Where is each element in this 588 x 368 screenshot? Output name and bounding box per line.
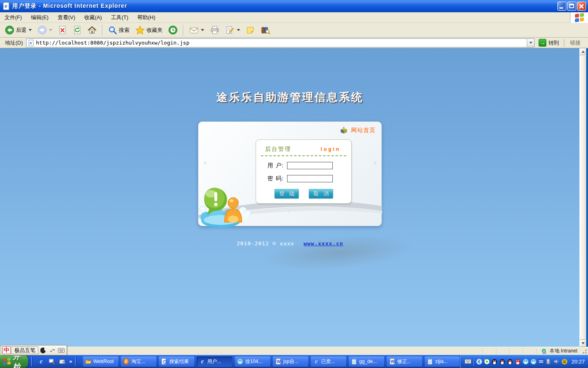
menu-help[interactable]: 帮助(H) bbox=[133, 12, 160, 23]
ime-mode-moon-icon[interactable] bbox=[39, 346, 47, 354]
intranet-globe-icon bbox=[541, 348, 548, 354]
stop-button[interactable] bbox=[56, 24, 69, 36]
qq-penguin-icon[interactable] bbox=[499, 358, 506, 365]
taskbar-window-button[interactable]: W jsp自... bbox=[273, 357, 308, 367]
show-desktop-icon[interactable] bbox=[48, 358, 56, 365]
go-button[interactable]: → 转到 bbox=[535, 39, 563, 47]
maximize-button[interactable] bbox=[567, 2, 576, 11]
windows-logo-icon bbox=[570, 12, 588, 23]
taskbar: 开始 e » WebRoot 淘宝... 搜 bbox=[0, 355, 588, 368]
back-dropdown-icon[interactable] bbox=[29, 29, 32, 31]
folder-icon bbox=[85, 358, 91, 365]
taskbar-window-button[interactable]: WebRoot bbox=[83, 357, 118, 367]
security-lock-icon[interactable] bbox=[561, 358, 568, 365]
cancel-button[interactable]: 取 消 bbox=[309, 189, 333, 199]
toolbar-drag-handle[interactable] bbox=[75, 357, 76, 366]
close-button[interactable] bbox=[577, 2, 586, 11]
address-dropdown-icon[interactable] bbox=[527, 39, 534, 47]
cloud-mascot-illustration bbox=[197, 185, 254, 229]
vertical-scrollbar[interactable] bbox=[579, 48, 586, 347]
qq-penguin-icon[interactable] bbox=[491, 358, 498, 365]
history-button[interactable] bbox=[166, 24, 180, 36]
scroll-up-button[interactable] bbox=[579, 48, 586, 55]
address-input[interactable]: e http://localhost:8080/jspzizhulvyouhxw… bbox=[26, 38, 535, 47]
svg-text:e: e bbox=[4, 3, 7, 9]
taskbar-window-button[interactable]: gg_de... bbox=[349, 357, 384, 367]
ime-keyboard-icon[interactable] bbox=[538, 358, 544, 365]
research-button[interactable] bbox=[258, 24, 273, 36]
menu-view[interactable]: 查看(V) bbox=[53, 12, 80, 23]
forward-dropdown-icon[interactable] bbox=[49, 29, 52, 31]
qq-penguin-red-icon[interactable] bbox=[514, 358, 521, 365]
login-button[interactable]: 登 陆 bbox=[274, 189, 299, 199]
taskbar-window-button-active[interactable]: e 用户... bbox=[197, 357, 232, 367]
printer-icon bbox=[210, 25, 220, 35]
system-tray: 20:27 bbox=[460, 355, 588, 368]
ie-icon: e bbox=[313, 358, 319, 365]
note-icon bbox=[246, 26, 255, 35]
outlook-express-icon[interactable] bbox=[59, 358, 66, 365]
media-agent-icon[interactable] bbox=[483, 358, 490, 365]
taskbar-window-button[interactable]: zijia... bbox=[425, 357, 460, 367]
links-menu[interactable]: 链接 bbox=[564, 39, 586, 47]
site-home-link[interactable]: 网站首页 bbox=[339, 126, 376, 135]
ie-quicklaunch-icon[interactable]: e bbox=[38, 358, 45, 365]
forward-icon bbox=[38, 25, 47, 35]
taskbar-window-button[interactable]: e 已卖... bbox=[311, 357, 346, 367]
taobao-icon bbox=[123, 358, 129, 365]
scroll-down-button[interactable] bbox=[579, 340, 586, 347]
password-input[interactable] bbox=[287, 175, 333, 182]
quicklaunch-overflow-chevron[interactable]: » bbox=[69, 359, 72, 364]
taskbar-window-button[interactable]: 徐104... bbox=[235, 357, 270, 367]
notepad-icon bbox=[351, 358, 357, 365]
ime-punctuation-icon[interactable] bbox=[48, 346, 56, 354]
minimize-button[interactable] bbox=[557, 2, 566, 11]
qq-penguin-icon[interactable] bbox=[507, 358, 513, 365]
edit-button[interactable] bbox=[223, 24, 243, 36]
plus-mark bbox=[373, 161, 377, 165]
collapse-chevron-icon[interactable] bbox=[476, 358, 482, 365]
window-title: 用户登录 - Microsoft Internet Explorer bbox=[12, 2, 557, 10]
menu-file[interactable]: 文件(F) bbox=[0, 12, 27, 23]
home-button[interactable] bbox=[85, 24, 99, 36]
edit-dropdown-icon[interactable] bbox=[237, 29, 240, 31]
taskbar-window-button[interactable]: W 修正... bbox=[387, 357, 422, 367]
volume-icon[interactable] bbox=[553, 358, 560, 365]
note-button[interactable] bbox=[243, 24, 257, 36]
status-message-pane bbox=[0, 348, 483, 355]
username-input[interactable] bbox=[287, 162, 333, 169]
start-button[interactable]: 开始 bbox=[0, 355, 28, 368]
ime-name[interactable]: 极品五笔 bbox=[11, 346, 38, 354]
language-indicator[interactable]: 中 bbox=[2, 346, 11, 354]
keyboard-layout-icon[interactable] bbox=[465, 358, 471, 365]
address-url[interactable]: http://localhost:8080/jspzizhulvyouhxw/l… bbox=[36, 40, 527, 46]
scrollbar-thumb[interactable] bbox=[579, 55, 586, 340]
taskbar-window-button[interactable]: 搜索结果 bbox=[159, 357, 194, 367]
menu-tools[interactable]: 工具(T) bbox=[107, 12, 133, 23]
toolbar-drag-handle[interactable] bbox=[31, 357, 33, 366]
print-button[interactable] bbox=[207, 24, 222, 36]
resize-grip bbox=[581, 348, 587, 354]
star-icon bbox=[135, 25, 145, 35]
search-icon bbox=[108, 26, 117, 35]
qq-avatar-icon bbox=[237, 358, 243, 365]
footer-link[interactable]: www.xxxx.cn bbox=[303, 240, 343, 247]
back-button[interactable]: 后退 bbox=[2, 24, 34, 36]
favorites-button[interactable]: 收藏夹 bbox=[133, 24, 165, 36]
forward-button[interactable] bbox=[35, 24, 55, 36]
refresh-button[interactable] bbox=[70, 24, 84, 36]
mail-button[interactable] bbox=[187, 24, 207, 36]
menu-favorites[interactable]: 收藏(A) bbox=[80, 12, 106, 23]
svg-text:e: e bbox=[30, 40, 32, 45]
search-button[interactable]: 搜索 bbox=[106, 24, 132, 36]
menu-edit[interactable]: 编辑(E) bbox=[27, 12, 53, 23]
taskbar-window-button[interactable]: 淘宝... bbox=[121, 357, 156, 367]
wangwang-icon[interactable] bbox=[522, 358, 529, 365]
zone-label: 本地 Intranet bbox=[550, 348, 577, 355]
toolbar-separator bbox=[183, 25, 184, 36]
mail-dropdown-icon[interactable] bbox=[201, 29, 204, 31]
safely-remove-hardware-icon[interactable] bbox=[546, 358, 552, 365]
soft-keyboard-icon[interactable] bbox=[57, 346, 65, 354]
wangwang-icon[interactable] bbox=[530, 358, 537, 365]
edit-icon bbox=[225, 25, 235, 35]
